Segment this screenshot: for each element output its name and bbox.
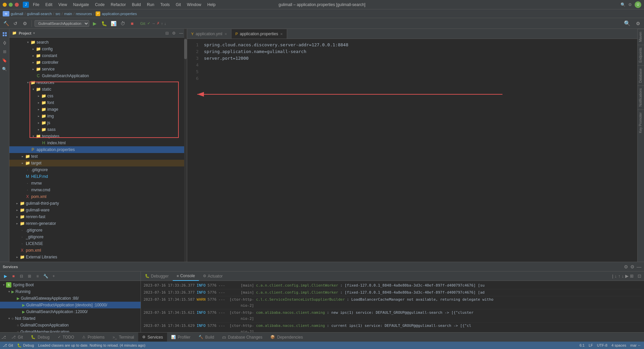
menu-refactor[interactable]: Refactor [108, 2, 128, 8]
bottom-tab-terminal[interactable]: >_ Terminal [109, 333, 138, 342]
sync-btn[interactable]: ↺ [11, 19, 19, 28]
svc-item-gateway[interactable]: ▶ GulimallGatewayApplication :88/ [0, 295, 141, 302]
tree-item-help-md[interactable]: M HELP.md [9, 173, 187, 180]
breadcrumb-module[interactable]: gulimall-search [27, 12, 52, 16]
right-tab-notifications[interactable]: Notifications [638, 85, 644, 109]
menu-build[interactable]: Build [129, 2, 144, 8]
bottom-tab-todo[interactable]: ✓ TODO [54, 333, 78, 342]
tree-item-pom1[interactable]: X pom.xml [9, 193, 187, 200]
tree-item-renren-gen[interactable]: ▸ 📁 renren-generator [9, 220, 187, 227]
svc-item-running[interactable]: ▾ ▶ Running [0, 288, 141, 295]
tree-item-js[interactable]: ▸ 📁 js [9, 119, 187, 126]
services-config-btn[interactable]: 🔧 [42, 273, 49, 280]
menu-navigate[interactable]: Navigate [70, 2, 92, 8]
tree-item-ware[interactable]: ▸ 📁 gulimall-ware [9, 207, 187, 213]
tree-settings-btn[interactable]: ⚙ [171, 31, 177, 36]
right-tab-maven[interactable]: Maven [638, 29, 644, 45]
tree-item-license[interactable]: · LICENSE [9, 240, 187, 247]
tree-item-third-party[interactable]: ▸ 📁 gulimall-third-party [9, 200, 187, 207]
services-hide-btn[interactable]: — [637, 264, 641, 269]
menu-run[interactable]: Run [144, 2, 157, 8]
right-tab-endpoints[interactable]: Endpoints [638, 45, 644, 65]
tree-item-gitignore-root[interactable]: · .gitignore [9, 227, 187, 234]
tree-item-constant[interactable]: ▸ 📁 constant [9, 52, 187, 59]
console-action-6[interactable]: ⊞ [630, 273, 634, 279]
tree-scrollbar-thumb[interactable] [184, 39, 187, 59]
tab-close-props[interactable]: ✕ [280, 32, 283, 36]
bottom-tab-services[interactable]: ⚙ Services [138, 333, 167, 342]
window-controls[interactable] [3, 3, 19, 7]
menu-file[interactable]: File [30, 2, 42, 8]
file-tree[interactable]: ▾ 📁 search ▸ 📁 config ▸ 📁 constant ▸ 📁 [9, 38, 187, 262]
tree-item-renren-fast[interactable]: ▸ 📁 renren-fast [9, 213, 187, 220]
status-indent[interactable]: 4 spaces [611, 343, 626, 347]
tree-item-index-html[interactable]: H index.html [9, 140, 187, 146]
settings-main-btn[interactable]: ⚙ [634, 19, 642, 28]
tree-scrollbar[interactable] [184, 29, 187, 262]
debug-button[interactable]: 🐛 [100, 19, 108, 28]
menu-edit[interactable]: Edit [43, 2, 55, 8]
console-action-4[interactable]: ↓ [622, 273, 624, 279]
bottom-tab-profiler[interactable]: 📊 Profiler [167, 333, 195, 342]
maximize-btn[interactable] [9, 3, 13, 7]
console-action-3[interactable]: ↑ [618, 273, 621, 279]
panel-hide-btn[interactable]: — [178, 31, 184, 36]
bottom-tab-problems[interactable]: ⚠ Problems [78, 333, 109, 342]
tree-item-css[interactable]: ▸ 📁 css [9, 93, 187, 99]
breadcrumb-resources[interactable]: resources [76, 12, 92, 16]
svc-item-search-app[interactable]: ▶ GulimallSearchApplication :12000/ [0, 308, 141, 315]
breadcrumb-app[interactable]: gulimall [11, 12, 23, 16]
menu-code[interactable]: Code [92, 2, 107, 8]
menu-tools[interactable]: Tools [158, 2, 172, 8]
right-tab-key-promoter[interactable]: Key Promoter [638, 109, 644, 136]
services-options-btn[interactable]: ⚙ [630, 264, 635, 269]
close-btn[interactable] [15, 3, 19, 7]
console-action-2[interactable]: ↓ [615, 273, 617, 279]
svc-item-product[interactable]: ▶ GulimallProductApplication [devtools] … [0, 302, 141, 308]
services-add-btn[interactable]: + [50, 273, 57, 280]
tree-item-ext-libs[interactable]: ▸ 📁 External Libraries [9, 254, 187, 260]
collapse-all-btn[interactable]: ⊟ [164, 31, 170, 36]
tree-item-app-properties[interactable]: P application.properties [9, 146, 187, 153]
menu-view[interactable]: View [56, 2, 70, 8]
tree-item-controller[interactable]: ▸ 📁 controller [9, 59, 187, 66]
side-icon-find[interactable]: 🔍 [1, 65, 9, 73]
tree-item-templates[interactable]: ▾ 📁 templates [9, 133, 187, 140]
user-avatar[interactable]: U [635, 1, 641, 8]
status-line-ending[interactable]: LF [589, 343, 593, 347]
console-tab-console[interactable]: ≡ Console [173, 271, 199, 281]
tree-item-gulimall-search-app[interactable]: C GulimallSearchApplication [9, 72, 187, 79]
bottom-tab-git[interactable]: ⎇ Git [7, 333, 27, 342]
stop-btn[interactable]: ■ [128, 19, 136, 28]
side-icon-commit[interactable] [1, 39, 9, 47]
services-filter-btn[interactable]: ⊞ [26, 273, 33, 280]
tree-item-image[interactable]: ▸ 📁 image [9, 106, 187, 113]
side-icon-structure[interactable]: ⊞ [1, 48, 9, 56]
tree-item-mvnw-cmd[interactable]: · mvnw.cmd [9, 187, 187, 193]
menu-git[interactable]: Git [173, 2, 183, 8]
svc-item-coupon[interactable]: ○ GulimallCouponApplication [0, 322, 141, 329]
panel-dropdown[interactable]: ▾ [33, 31, 35, 35]
bottom-tab-debug[interactable]: 🐛 Debug [27, 333, 53, 342]
breadcrumb-src[interactable]: src [55, 12, 60, 16]
breadcrumb-file[interactable]: application.properties [102, 12, 137, 16]
services-settings-btn[interactable]: ⚙ [624, 264, 628, 269]
settings-btn2[interactable]: ⚙ [21, 19, 29, 28]
code-editor[interactable]: 1 spring.cloud.nacos.discovery.server-ad… [187, 39, 644, 262]
settings-btn[interactable]: ⚙ [628, 2, 632, 7]
bottom-tab-db-changes[interactable]: 🗃 Database Changes [218, 333, 266, 342]
services-more-btn[interactable]: ≡ [34, 273, 41, 280]
menu-window[interactable]: Window [184, 2, 204, 8]
tree-item-mvnw[interactable]: · mvnw [9, 180, 187, 187]
tree-item-scratches[interactable]: ▸ 📁 Scratches and Consoles [9, 260, 187, 262]
services-collapse-btn[interactable]: ⊟ [18, 273, 25, 280]
tree-item-config[interactable]: ▸ 📁 config [9, 46, 187, 52]
status-debug[interactable]: 🐛 Debug [17, 343, 34, 348]
status-encoding[interactable]: UTF-8 [597, 343, 607, 347]
tree-item-pom-root[interactable]: X pom.xml [9, 247, 187, 254]
services-tree[interactable]: ▾ S Spring Boot ▾ ▶ Running ▶ GulimallGa… [0, 281, 141, 332]
tree-item-service[interactable]: ▸ 📁 service [9, 66, 187, 72]
coverage-btn[interactable]: 📊 [109, 19, 117, 28]
bottom-tab-dependencies[interactable]: 📦 Dependencies [266, 333, 307, 342]
status-git-branch[interactable]: ⎇ Git [3, 343, 13, 348]
